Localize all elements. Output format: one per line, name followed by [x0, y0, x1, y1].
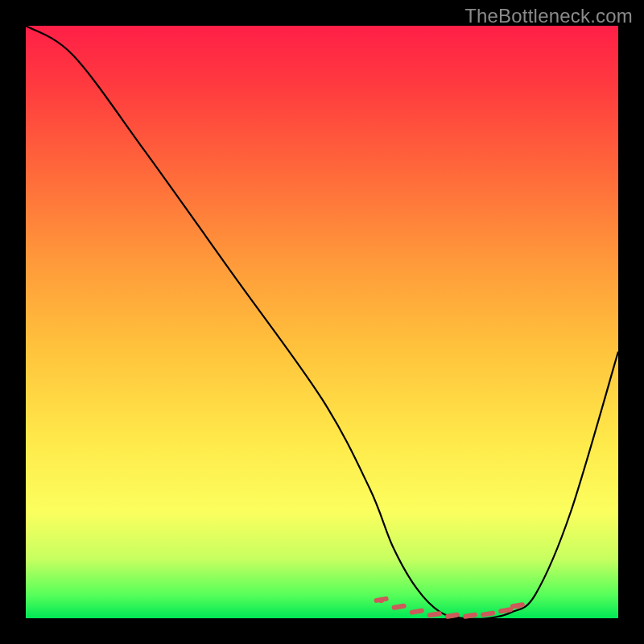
marker-dash: [501, 609, 510, 611]
marker-dash: [448, 615, 457, 617]
marker-dash: [483, 613, 493, 615]
plot-area: [26, 26, 618, 618]
marker-dot: [515, 604, 520, 609]
marker-dash: [412, 611, 422, 613]
marker-dash: [394, 606, 404, 608]
marker-dash: [430, 613, 440, 615]
highlight-markers: [377, 598, 522, 617]
curve-layer: [26, 26, 618, 618]
marker-dot: [378, 598, 383, 603]
chart-frame: TheBottleneck.com: [0, 0, 644, 644]
bottleneck-curve: [26, 26, 618, 619]
watermark-text: TheBottleneck.com: [464, 5, 633, 27]
marker-dash: [465, 615, 475, 617]
